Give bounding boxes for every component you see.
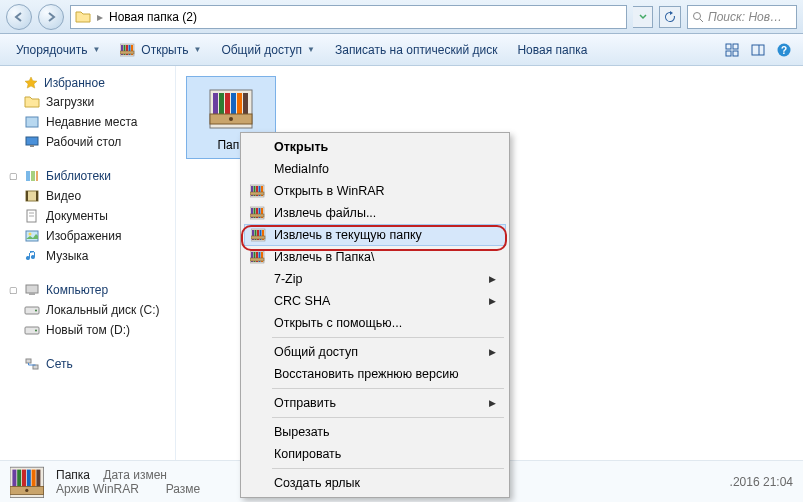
sidebar-favorites: Избранное Загрузки Недавние места Рабочи… — [4, 74, 171, 152]
ctx-restore[interactable]: Восстановить прежнюю версию — [244, 363, 506, 385]
organize-button[interactable]: Упорядочить▼ — [8, 39, 108, 61]
winrar-icon — [250, 183, 266, 199]
winrar-archive-icon — [10, 464, 46, 500]
ctx-extract-here[interactable]: Извлечь в текущую папку — [244, 224, 506, 246]
status-text: Папка Дата измен Архив WinRAR Разме — [56, 468, 200, 496]
forward-button[interactable] — [38, 4, 64, 30]
drive-icon — [24, 302, 40, 318]
libraries-icon — [24, 168, 40, 184]
search-placeholder: Поиск: Нов… — [708, 10, 782, 24]
network-icon — [24, 356, 40, 372]
status-date: .2016 21:04 — [730, 475, 793, 489]
help-button[interactable]: ? — [773, 39, 795, 61]
folder-icon — [24, 94, 40, 110]
ctx-copy[interactable]: Копировать — [244, 443, 506, 465]
sidebar-network: Сеть — [4, 354, 171, 374]
svg-point-18 — [694, 12, 701, 19]
svg-rect-44 — [33, 365, 38, 369]
sidebar-item-images[interactable]: Изображения — [4, 226, 171, 246]
breadcrumb-current[interactable]: Новая папка (2) — [109, 10, 197, 24]
search-input[interactable]: Поиск: Нов… — [687, 5, 797, 29]
svg-rect-35 — [36, 191, 38, 201]
sidebar-item-drive-c[interactable]: Локальный диск (C:) — [4, 300, 171, 320]
preview-pane-button[interactable] — [747, 39, 769, 61]
submenu-arrow-icon: ▶ — [489, 274, 496, 284]
sidebar-item-drive-d[interactable]: Новый том (D:) — [4, 320, 171, 340]
svg-rect-21 — [726, 51, 731, 56]
help-icon: ? — [776, 42, 792, 58]
star-icon — [24, 76, 38, 90]
sidebar-item-recent[interactable]: Недавние места — [4, 112, 171, 132]
view-options-button[interactable] — [721, 39, 743, 61]
sidebar-item-desktop[interactable]: Рабочий стол — [4, 132, 171, 152]
ctx-7zip[interactable]: 7-Zip▶ — [244, 268, 506, 290]
search-icon — [692, 11, 704, 23]
svg-rect-41 — [26, 285, 38, 293]
separator — [272, 417, 504, 418]
ctx-extract-files[interactable]: Извлечь файлы... — [244, 202, 506, 224]
sidebar-item-favorites[interactable]: Избранное — [4, 74, 171, 92]
ctx-open[interactable]: Открыть — [244, 136, 506, 158]
video-icon — [24, 188, 40, 204]
arrow-left-icon — [13, 11, 25, 23]
path-dropdown-button[interactable] — [633, 6, 653, 28]
refresh-button[interactable] — [659, 6, 681, 28]
winrar-icon — [251, 227, 267, 243]
documents-icon — [24, 208, 40, 224]
ctx-mediainfo[interactable]: MediaInfo — [244, 158, 506, 180]
winrar-icon — [250, 205, 266, 221]
separator — [272, 468, 504, 469]
breadcrumb-sep-icon: ▸ — [97, 10, 103, 24]
folder-icon — [75, 9, 91, 25]
new-folder-button[interactable]: Новая папка — [509, 39, 595, 61]
svg-rect-20 — [733, 44, 738, 49]
context-menu: Открыть MediaInfo Открыть в WinRAR Извле… — [240, 132, 510, 498]
winrar-icon — [120, 42, 136, 58]
sidebar-item-network[interactable]: Сеть — [4, 354, 171, 374]
submenu-arrow-icon: ▶ — [489, 296, 496, 306]
sidebar-item-documents[interactable]: Документы — [4, 206, 171, 226]
music-icon — [24, 248, 40, 264]
images-icon — [24, 228, 40, 244]
ctx-cut[interactable]: Вырезать — [244, 421, 506, 443]
ctx-open-with[interactable]: Открыть с помощью... — [244, 312, 506, 334]
ctx-share[interactable]: Общий доступ▶ — [244, 341, 506, 363]
back-button[interactable] — [6, 4, 32, 30]
toolbar: Упорядочить▼ Открыть▼ Общий доступ▼ Запи… — [0, 34, 803, 66]
svg-rect-27 — [26, 117, 38, 127]
arrow-right-icon — [45, 11, 57, 23]
sidebar-item-music[interactable]: Музыка — [4, 246, 171, 266]
svg-text:?: ? — [781, 45, 787, 56]
breadcrumb[interactable]: ▸ Новая папка (2) — [70, 5, 627, 29]
sidebar-computer: ▢ Компьютер Локальный диск (C:) Новый то… — [4, 280, 171, 340]
share-button[interactable]: Общий доступ▼ — [213, 39, 323, 61]
sidebar-item-downloads[interactable]: Загрузки — [4, 92, 171, 112]
svg-rect-22 — [733, 51, 738, 56]
ctx-open-winrar[interactable]: Открыть в WinRAR — [244, 180, 506, 202]
sidebar-item-libraries[interactable]: ▢ Библиотеки — [4, 166, 171, 186]
drive-icon — [24, 322, 40, 338]
recent-icon — [24, 114, 40, 130]
submenu-arrow-icon: ▶ — [489, 398, 496, 408]
sidebar-item-computer[interactable]: ▢ Компьютер — [4, 280, 171, 300]
ctx-crc[interactable]: CRC SHA▶ — [244, 290, 506, 312]
svg-rect-30 — [26, 171, 30, 181]
svg-rect-29 — [30, 145, 34, 147]
chevron-down-icon — [639, 13, 647, 21]
collapse-icon: ▢ — [8, 285, 18, 295]
refresh-icon — [664, 11, 676, 23]
burn-button[interactable]: Записать на оптический диск — [327, 39, 506, 61]
svg-rect-31 — [31, 171, 35, 181]
svg-rect-23 — [752, 45, 764, 55]
svg-rect-28 — [26, 137, 38, 145]
sidebar-item-video[interactable]: Видео — [4, 186, 171, 206]
svg-rect-19 — [726, 44, 731, 49]
sidebar: Избранное Загрузки Недавние места Рабочи… — [0, 66, 176, 460]
open-button[interactable]: Открыть▼ — [112, 38, 209, 62]
ctx-send-to[interactable]: Отправить▶ — [244, 392, 506, 414]
chevron-down-icon: ▼ — [193, 45, 201, 54]
ctx-shortcut[interactable]: Создать ярлык — [244, 472, 506, 494]
computer-icon — [24, 282, 40, 298]
svg-rect-34 — [26, 191, 28, 201]
ctx-extract-to[interactable]: Извлечь в Папка\ — [244, 246, 506, 268]
